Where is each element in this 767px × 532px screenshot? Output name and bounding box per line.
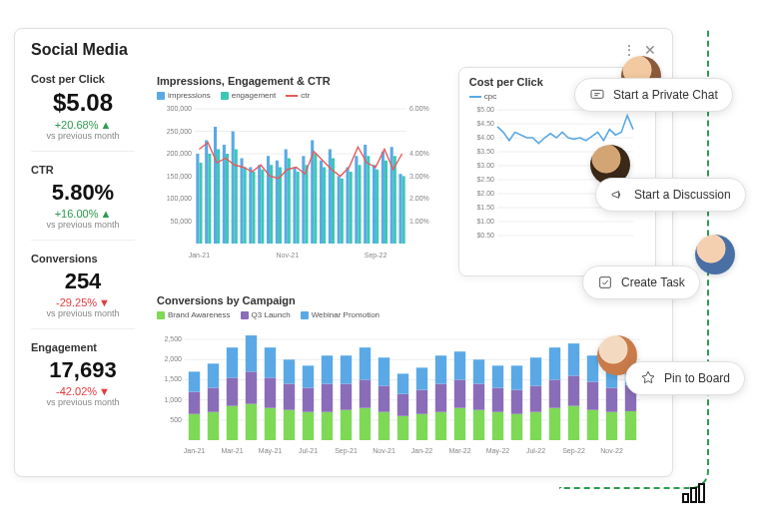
arrow-up-icon: ▲ xyxy=(100,208,111,220)
svg-rect-31 xyxy=(258,165,261,244)
metric-label: Conversions xyxy=(31,253,135,265)
svg-text:$2.00: $2.00 xyxy=(476,190,494,197)
svg-rect-41 xyxy=(302,156,305,244)
svg-rect-111 xyxy=(265,377,276,407)
svg-text:500: 500 xyxy=(170,416,182,423)
svg-text:Nov-21: Nov-21 xyxy=(276,252,299,259)
svg-text:$4.00: $4.00 xyxy=(476,134,494,141)
svg-rect-138 xyxy=(435,384,446,412)
svg-rect-109 xyxy=(246,335,257,371)
svg-rect-106 xyxy=(227,347,238,377)
svg-rect-121 xyxy=(322,355,333,383)
button-label: Create Task xyxy=(621,275,685,289)
more-icon[interactable]: ⋮ xyxy=(622,42,636,58)
svg-rect-27 xyxy=(240,159,243,245)
svg-text:$5.00: $5.00 xyxy=(476,106,494,113)
svg-rect-131 xyxy=(397,416,408,440)
svg-rect-40 xyxy=(297,172,300,244)
svg-rect-132 xyxy=(397,394,408,416)
svg-text:$1.00: $1.00 xyxy=(476,218,494,225)
svg-text:Jul-21: Jul-21 xyxy=(299,447,318,454)
dashboard-header: Social Media ⋮ ✕ xyxy=(31,41,656,59)
svg-text:2,000: 2,000 xyxy=(164,355,182,362)
chart-legend: Brand Awareness Q3 Launch Webinar Promot… xyxy=(157,310,646,319)
svg-rect-185 xyxy=(691,488,696,502)
svg-rect-19 xyxy=(205,141,208,245)
svg-rect-120 xyxy=(322,384,333,412)
metric-cost-per-click: Cost per Click $5.08 +20.68%▲ vs previou… xyxy=(31,67,135,152)
svg-rect-57 xyxy=(373,165,376,244)
svg-rect-53 xyxy=(355,156,358,244)
svg-rect-144 xyxy=(473,384,484,410)
svg-rect-143 xyxy=(473,410,484,440)
svg-rect-154 xyxy=(530,357,541,385)
svg-rect-98 xyxy=(189,414,200,440)
dashboard-title: Social Media xyxy=(31,41,128,59)
svg-rect-59 xyxy=(382,152,384,244)
svg-rect-45 xyxy=(320,161,323,244)
pin-to-board-button[interactable]: Pin to Board xyxy=(625,361,745,395)
svg-rect-167 xyxy=(625,411,636,440)
metric-sub: vs previous month xyxy=(31,220,135,230)
pin-icon xyxy=(640,370,656,386)
svg-text:Jan-21: Jan-21 xyxy=(189,252,211,259)
svg-rect-49 xyxy=(338,177,341,245)
svg-rect-165 xyxy=(606,388,617,412)
svg-rect-38 xyxy=(288,159,291,245)
svg-rect-141 xyxy=(454,379,465,407)
svg-rect-157 xyxy=(549,347,560,379)
start-private-chat-button[interactable]: Start a Private Chat xyxy=(574,78,733,112)
svg-text:100,000: 100,000 xyxy=(167,195,192,202)
svg-rect-113 xyxy=(284,410,295,440)
svg-rect-161 xyxy=(587,410,598,440)
svg-rect-61 xyxy=(390,147,393,244)
svg-text:Jan-21: Jan-21 xyxy=(184,447,206,454)
svg-rect-29 xyxy=(249,168,252,245)
charts-column: Impressions, Engagement & CTR impression… xyxy=(147,67,656,466)
megaphone-icon xyxy=(610,187,626,203)
metric-sub: vs previous month xyxy=(31,131,135,141)
svg-rect-101 xyxy=(208,412,219,440)
start-discussion-button[interactable]: Start a Discussion xyxy=(595,178,746,212)
metric-sub: vs previous month xyxy=(31,308,135,318)
svg-rect-25 xyxy=(232,132,235,245)
svg-rect-37 xyxy=(285,150,288,245)
svg-rect-50 xyxy=(341,179,344,244)
svg-rect-183 xyxy=(600,277,611,288)
bar-chart-icon xyxy=(681,482,707,504)
metric-delta: +20.68%▲ xyxy=(31,119,135,131)
svg-text:1,500: 1,500 xyxy=(164,375,182,382)
svg-text:$0.50: $0.50 xyxy=(476,232,494,239)
metric-engagement: Engagement 17,693 -42.02%▼ vs previous m… xyxy=(31,335,135,417)
svg-rect-64 xyxy=(402,177,405,245)
avatar[interactable] xyxy=(695,235,735,274)
metric-ctr: CTR 5.80% +16.00%▲ vs previous month xyxy=(31,158,135,241)
svg-rect-39 xyxy=(293,168,296,245)
svg-text:Nov-21: Nov-21 xyxy=(373,447,395,454)
svg-text:May-22: May-22 xyxy=(486,447,509,455)
create-task-button[interactable]: Create Task xyxy=(582,266,700,299)
svg-rect-122 xyxy=(341,410,352,440)
svg-text:2,500: 2,500 xyxy=(164,335,182,342)
svg-rect-119 xyxy=(322,412,333,440)
svg-rect-140 xyxy=(454,408,465,440)
svg-rect-148 xyxy=(492,365,503,387)
svg-rect-18 xyxy=(199,163,202,244)
svg-rect-125 xyxy=(360,408,371,440)
svg-rect-105 xyxy=(227,377,238,405)
svg-rect-160 xyxy=(568,343,579,375)
svg-rect-28 xyxy=(244,168,247,245)
svg-text:Mar-21: Mar-21 xyxy=(221,447,243,454)
svg-rect-108 xyxy=(246,371,257,403)
svg-rect-147 xyxy=(492,388,503,412)
svg-text:200,000: 200,000 xyxy=(167,150,192,157)
svg-rect-51 xyxy=(346,168,349,245)
svg-rect-124 xyxy=(341,355,352,383)
arrow-down-icon: ▼ xyxy=(99,296,110,308)
svg-text:May-21: May-21 xyxy=(259,447,282,455)
svg-rect-114 xyxy=(284,384,295,410)
svg-rect-126 xyxy=(360,379,371,407)
svg-rect-128 xyxy=(379,412,389,440)
svg-rect-184 xyxy=(683,494,688,502)
metric-delta: -29.25%▼ xyxy=(31,296,135,308)
